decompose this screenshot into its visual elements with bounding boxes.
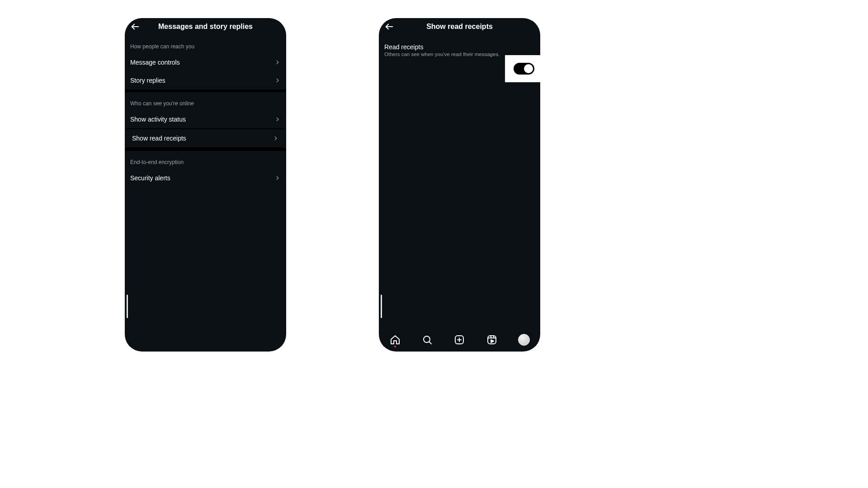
row-label: Story replies	[130, 77, 165, 84]
nav-home[interactable]	[389, 334, 401, 346]
phone-read-receipts: Show read receipts Read receipts Others …	[379, 18, 540, 352]
back-arrow-icon	[384, 22, 394, 32]
row-show-read-receipts[interactable]: Show read receipts	[127, 128, 284, 148]
reels-icon	[486, 334, 497, 345]
read-receipts-toggle[interactable]	[514, 63, 534, 75]
section-label-reach: How people can reach you	[125, 35, 286, 53]
home-icon	[390, 334, 401, 345]
nav-reels[interactable]	[486, 334, 498, 346]
back-button[interactable]	[383, 21, 395, 33]
toggle-knob	[524, 64, 533, 73]
search-icon	[422, 334, 433, 345]
row-security-alerts[interactable]: Security alerts	[125, 169, 286, 187]
section-label-e2e: End-to-end encryption	[125, 151, 286, 169]
page-title: Show read receipts	[379, 23, 540, 31]
page-title: Messages and story replies	[125, 23, 286, 31]
toggle-highlight-box	[505, 55, 540, 82]
row-story-replies[interactable]: Story replies	[125, 71, 286, 89]
chevron-right-icon	[274, 77, 281, 84]
back-arrow-icon	[130, 22, 140, 32]
edge-decoration	[381, 295, 382, 318]
edge-decoration	[127, 295, 128, 318]
header: Show read receipts	[379, 18, 540, 35]
setting-read-receipts: Read receipts Others can see when you've…	[379, 35, 540, 57]
bottom-nav	[379, 330, 540, 352]
chevron-right-icon	[274, 59, 281, 66]
row-label: Message controls	[130, 59, 180, 66]
phone-messages-settings: Messages and story replies How people ca…	[125, 18, 286, 352]
row-label: Show activity status	[130, 116, 186, 123]
row-label: Security alerts	[130, 174, 170, 182]
plus-square-icon	[454, 334, 465, 345]
header: Messages and story replies	[125, 18, 286, 35]
chevron-right-icon	[274, 116, 281, 122]
chevron-right-icon	[274, 175, 281, 181]
edge-decoration	[538, 285, 540, 306]
back-button[interactable]	[129, 21, 141, 33]
section-label-online: Who can see you're online	[125, 92, 286, 110]
svg-line-3	[429, 342, 431, 344]
row-message-controls[interactable]: Message controls	[125, 53, 286, 71]
edge-decoration	[283, 285, 286, 306]
svg-marker-11	[491, 340, 494, 343]
row-activity-status[interactable]: Show activity status	[125, 110, 286, 128]
notification-dot-icon	[394, 346, 396, 347]
nav-search[interactable]	[421, 334, 433, 346]
setting-title: Read receipts	[384, 43, 532, 51]
nav-profile[interactable]	[518, 334, 530, 346]
chevron-right-icon	[273, 135, 279, 141]
row-label: Show read receipts	[132, 135, 186, 142]
nav-create[interactable]	[453, 334, 465, 346]
avatar-icon	[518, 334, 530, 346]
